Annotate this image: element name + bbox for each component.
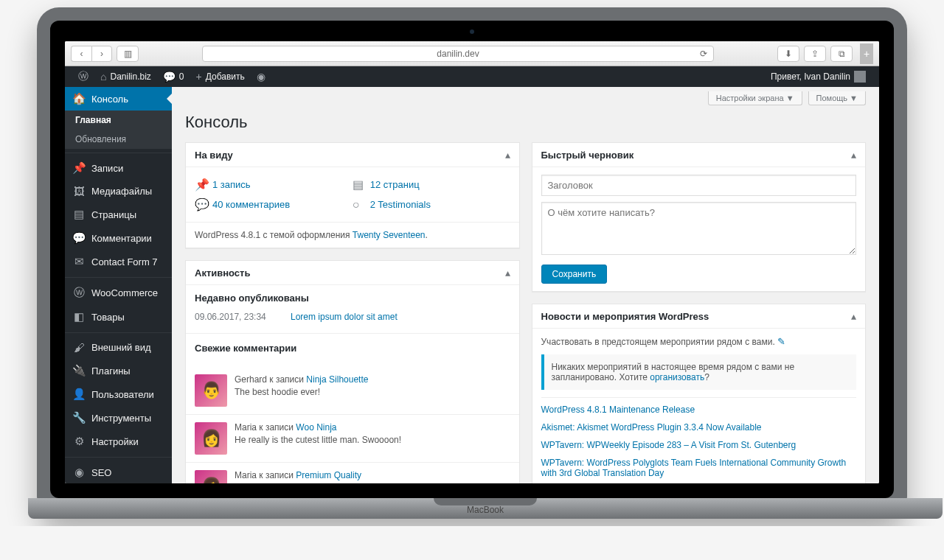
menu-label: Contact Form 7 — [91, 256, 158, 267]
screen-options-button[interactable]: Настройки экрана ▼ — [708, 91, 802, 105]
news-item-link[interactable]: WordPress 4.8.1 Maintenance Release — [541, 405, 695, 415]
fresh-comments-heading: Свежие комментарии — [195, 343, 510, 354]
theme-link[interactable]: Twenty Seventeen — [353, 230, 426, 240]
camera-dot — [470, 29, 474, 34]
menu-label: Записи — [91, 163, 123, 174]
comment-meta: Maria к записи Woo Ninja — [235, 422, 401, 433]
menu-label: WooCommerce — [91, 287, 158, 298]
comments-link[interactable]: 💬0 — [157, 66, 190, 87]
comment-post-link[interactable]: Ninja Silhouette — [306, 374, 368, 385]
menu-cf7[interactable]: ✉Contact Form 7 — [65, 250, 172, 273]
menu-comments[interactable]: 💬Комментарии — [65, 226, 172, 250]
mail-icon: ✉ — [72, 255, 86, 268]
menu-plugins[interactable]: 🔌Плагины — [65, 359, 172, 382]
home-icon: ⌂ — [100, 71, 106, 83]
sidebar-button[interactable]: ▥ — [117, 46, 139, 62]
avatar-icon: 👩 — [195, 470, 227, 483]
menu-seo[interactable]: ◉SEO — [65, 461, 172, 483]
pages-link[interactable]: 12 страниц — [370, 179, 420, 190]
wp-adminbar: ⓦ ⌂Danilin.biz 💬0 +Добавить ◉ Привет, Iv… — [65, 66, 879, 87]
toggle-icon[interactable]: ▴ — [505, 267, 510, 279]
widget-title: Новости и мероприятия WordPress — [541, 311, 709, 322]
comments-count: 0 — [179, 71, 184, 82]
submenu-updates[interactable]: Обновления — [65, 130, 172, 149]
downloads-button[interactable]: ⬇ — [777, 46, 799, 62]
new-tab-button[interactable]: + — [860, 43, 873, 64]
menu-media[interactable]: 🖼Медиафайлы — [65, 180, 172, 203]
menu-pages[interactable]: ▤Страницы — [65, 203, 172, 226]
pub-link[interactable]: Lorem ipsum dolor sit amet — [291, 312, 398, 322]
greeting-text: Привет, Ivan Danilin — [771, 71, 850, 82]
comment-text: He really is the cutest little man. Swoo… — [235, 435, 401, 445]
plugin-icon: 🔌 — [72, 364, 86, 377]
wp-version: WordPress 4.8.1 с темой оформления Twent… — [186, 222, 519, 248]
comment-item: 👨Gerhard к записи Ninja SilhouetteThe be… — [186, 367, 519, 414]
menu-posts[interactable]: 📌Записи — [65, 156, 172, 180]
comment-icon: 💬 — [163, 71, 176, 83]
site-link[interactable]: ⌂Danilin.biz — [94, 66, 157, 87]
url-text: danilin.dev — [437, 49, 479, 59]
recent-pub-heading: Недавно опубликованы — [195, 293, 510, 304]
forward-button[interactable]: › — [91, 46, 112, 62]
comment-item: 👩Maria к записи Woo NinjaHe really is th… — [186, 414, 519, 462]
news-item: Akismet: Akismet WordPress Plugin 3.3.4 … — [541, 419, 857, 436]
menu-label: Комментарии — [91, 233, 152, 244]
page-title: Консоль — [185, 113, 866, 132]
menu-appearance[interactable]: 🖌Внешний вид — [65, 336, 172, 359]
news-widget: Новости и мероприятия WordPress ▴ Участв… — [532, 304, 867, 483]
menu-dashboard[interactable]: 🏠Консоль — [65, 87, 172, 111]
menu-settings[interactable]: ⚙Настройки — [65, 430, 172, 453]
menu-label: Плагины — [91, 365, 131, 377]
draft-title-input[interactable] — [541, 175, 857, 196]
toggle-icon[interactable]: ▴ — [851, 310, 856, 322]
url-bar[interactable]: danilin.dev ⟳ — [202, 46, 714, 62]
user-greeting[interactable]: Привет, Ivan Danilin — [765, 66, 872, 87]
testimonials-link[interactable]: 2 Testimonials — [370, 199, 431, 210]
help-button[interactable]: Помощь ▼ — [808, 91, 866, 105]
comment-post-link[interactable]: Premium Quality — [296, 470, 361, 480]
menu-tools[interactable]: 🔧Инструменты — [65, 406, 172, 430]
widget-title: Быстрый черновик — [541, 150, 634, 161]
new-content[interactable]: +Добавить — [190, 66, 251, 87]
menu-woocommerce[interactable]: ⓦWooCommerce — [65, 281, 172, 305]
at-a-glance-widget: На виду ▴ 📌1 запись ▤12 страниц 💬40 комм… — [185, 142, 520, 248]
news-item-link[interactable]: WPTavern: WPWeekly Episode 283 – A Visit… — [541, 440, 796, 450]
toggle-icon[interactable]: ▴ — [851, 149, 856, 161]
news-item-link[interactable]: Akismet: Akismet WordPress Plugin 3.3.4 … — [541, 422, 762, 433]
save-button[interactable]: Сохранить — [541, 265, 608, 284]
plus-icon: + — [196, 71, 202, 83]
menu-products[interactable]: ◧Товары — [65, 305, 172, 329]
quick-draft-widget: Быстрый черновик ▴ Сохранить — [532, 142, 867, 292]
news-item-link[interactable]: WPTavern: WordPress Polyglots Team Fuels… — [541, 458, 847, 478]
submenu-home[interactable]: Главная — [65, 111, 172, 130]
menu-users[interactable]: 👤Пользователи — [65, 382, 172, 406]
menu-label: SEO — [91, 467, 111, 478]
pin-icon: 📌 — [195, 178, 208, 192]
sliders-icon: ⚙ — [72, 435, 86, 448]
published-item: 09.06.2017, 23:34 Lorem ipsum dolor sit … — [195, 309, 510, 324]
wordpress-icon: ⓦ — [78, 70, 88, 83]
attend-text: Участвовать в предстоящем мероприятии ря… — [541, 336, 857, 347]
dashboard-icon: 🏠 — [72, 92, 86, 105]
toggle-icon[interactable]: ▴ — [505, 149, 510, 161]
draft-body-input[interactable] — [541, 202, 857, 255]
seo-icon: ◉ — [257, 71, 266, 83]
comments-link[interactable]: 40 комментариев — [212, 199, 290, 210]
widget-title: Активность — [195, 267, 250, 279]
tabs-button[interactable]: ⧉ — [830, 46, 853, 62]
organize-link[interactable]: организовать — [650, 372, 704, 382]
posts-link[interactable]: 1 запись — [212, 179, 251, 190]
share-button[interactable]: ⇪ — [804, 46, 826, 62]
menu-label: Страницы — [91, 209, 136, 220]
comment-meta: Gerhard к записи Ninja Silhouette — [235, 374, 368, 385]
comment-post-link[interactable]: Woo Ninja — [296, 422, 336, 433]
edit-location-icon[interactable]: ✎ — [777, 336, 785, 347]
avatar-icon: 👩 — [195, 422, 227, 455]
seo-adminbar[interactable]: ◉ — [251, 66, 271, 87]
reload-icon[interactable]: ⟳ — [700, 49, 707, 59]
wp-logo[interactable]: ⓦ — [72, 66, 94, 87]
back-button[interactable]: ‹ — [71, 46, 91, 62]
comment-text: I didn't expect this poster to arrive fo… — [235, 483, 510, 483]
seo-icon: ◉ — [72, 466, 86, 479]
pub-date: 09.06.2017, 23:34 — [195, 312, 276, 322]
